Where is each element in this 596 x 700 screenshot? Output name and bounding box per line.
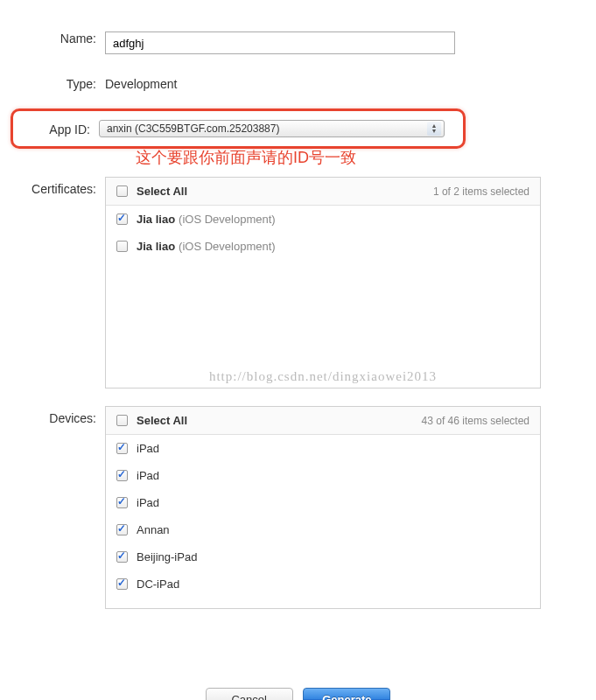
certificate-checkbox[interactable] (116, 214, 128, 225)
appid-label: App ID: (13, 122, 99, 136)
device-name: Annan (137, 523, 170, 536)
button-bar: Cancel Generate (0, 662, 596, 700)
list-item: iPad (106, 489, 540, 516)
certificates-selection-count: 1 of 2 items selected (433, 186, 529, 198)
name-label: Name: (18, 26, 105, 46)
certificate-name: Jia liao (137, 240, 175, 253)
devices-row: Devices: Select All 43 of 46 items selec… (18, 406, 578, 609)
certificates-list: Select All 1 of 2 items selected Jia lia… (105, 177, 541, 388)
certificates-header: Select All 1 of 2 items selected (106, 178, 540, 206)
watermark-text: http://blog.csdn.net/dingxiaowei2013 (106, 369, 540, 384)
certificates-row: Certificates: Select All 1 of 2 items se… (18, 177, 578, 388)
appid-select[interactable]: anxin (C3C559BTGF.com.25203887) (99, 120, 445, 137)
list-item: DC-iPad (106, 570, 540, 598)
name-row: Name: (18, 26, 578, 54)
list-item: iPad (106, 435, 540, 462)
device-checkbox[interactable] (116, 470, 128, 481)
generate-button[interactable]: Generate (303, 688, 390, 700)
device-name: iPad (137, 469, 159, 482)
certificates-label: Certificates: (18, 177, 105, 196)
certificates-select-all-checkbox[interactable] (116, 186, 128, 197)
name-input[interactable] (105, 32, 455, 54)
device-name: DC-iPad (137, 578, 179, 591)
devices-select-all-checkbox[interactable] (116, 415, 128, 426)
devices-selection-count: 43 of 46 items selected (422, 415, 529, 427)
devices-body[interactable]: iPadiPadiPadAnnanBeijing-iPadDC-iPad (106, 435, 540, 608)
device-checkbox[interactable] (116, 497, 128, 508)
device-name: iPad (137, 442, 159, 455)
device-name: Beijing-iPad (137, 550, 197, 564)
devices-header: Select All 43 of 46 items selected (106, 407, 540, 435)
list-item: Jia liao(iOS Development) (106, 233, 540, 260)
list-item: Annan (106, 516, 540, 543)
appid-row: App ID: anxin (C3C559BTGF.com.25203887) … (18, 108, 578, 149)
device-checkbox[interactable] (116, 551, 128, 563)
annotation-text: 这个要跟你前面声请的ID号一致 (136, 147, 578, 168)
device-checkbox[interactable] (116, 443, 128, 454)
list-item: Beijing-iPad (106, 543, 540, 570)
device-name: iPad (137, 496, 159, 509)
devices-select-all-label: Select All (137, 414, 422, 427)
certificate-detail: (iOS Development) (179, 240, 276, 253)
certificates-body[interactable]: Jia liao(iOS Development)Jia liao(iOS De… (106, 206, 540, 388)
type-value: Development (105, 77, 178, 91)
certificates-select-all-label: Select All (137, 185, 433, 198)
certificate-name: Jia liao (137, 213, 175, 226)
list-item: iPad (106, 462, 540, 489)
cancel-button[interactable]: Cancel (206, 688, 293, 700)
devices-list: Select All 43 of 46 items selected iPadi… (105, 406, 541, 609)
devices-label: Devices: (18, 406, 105, 425)
device-checkbox[interactable] (116, 524, 128, 536)
appid-highlight: App ID: anxin (C3C559BTGF.com.25203887) … (11, 108, 466, 149)
list-item: Jia liao(iOS Development) (106, 206, 540, 233)
type-label: Type: (18, 72, 105, 91)
type-row: Type: Development (18, 72, 578, 91)
device-checkbox[interactable] (116, 578, 128, 590)
certificate-detail: (iOS Development) (179, 213, 276, 226)
certificate-checkbox[interactable] (116, 241, 128, 252)
